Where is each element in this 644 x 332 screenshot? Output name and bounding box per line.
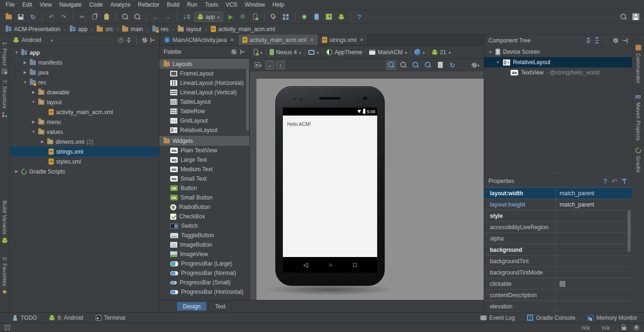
property-row-style[interactable]: style: [484, 210, 632, 222]
sync-button[interactable]: ↻: [27, 12, 39, 22]
nav-recent-icon[interactable]: [353, 261, 357, 268]
search-everywhere-button[interactable]: [618, 12, 629, 22]
sdk-location-button[interactable]: [299, 12, 310, 22]
expand-arrow-icon[interactable]: [14, 50, 19, 55]
expand-horizontal-button[interactable]: ↔: [265, 61, 274, 69]
close-icon[interactable]: [310, 37, 314, 42]
palette-item-small-text[interactable]: Small Text: [159, 174, 249, 183]
property-value[interactable]: [556, 222, 632, 232]
filter-icon[interactable]: [621, 178, 627, 184]
tab-text[interactable]: Text: [208, 301, 232, 311]
replace-button[interactable]: [132, 12, 143, 22]
user-button[interactable]: [630, 12, 641, 22]
expand-arrow-icon[interactable]: [495, 60, 500, 65]
palette-item-tablelayout[interactable]: TableLayout: [159, 97, 249, 107]
palette-item-progressbar-small[interactable]: ProgressBar (Small): [159, 278, 249, 287]
palette-item-linearlayout-vertical[interactable]: LinearLayout (Vertical): [159, 88, 249, 97]
menu-code[interactable]: Code: [85, 0, 107, 9]
toolwindow-tab-favorites[interactable]: 2: Favorites: [0, 257, 9, 295]
tree-item-menu[interactable]: menu: [9, 117, 159, 127]
gear-icon[interactable]: [613, 38, 619, 43]
device-select[interactable]: Nexus 4: [270, 49, 302, 56]
tab-design[interactable]: Design: [176, 301, 207, 311]
copy-button[interactable]: [89, 12, 100, 22]
property-row-backgroundtintmode[interactable]: backgroundTintMode: [484, 267, 632, 278]
run-configuration-select[interactable]: app: [194, 12, 223, 22]
menu-run[interactable]: Run: [183, 0, 201, 9]
help-icon[interactable]: ?: [603, 177, 608, 185]
palette-item-linearlayout-horizontal[interactable]: LinearLayout (Horizontal): [159, 78, 249, 88]
palette-item-progressbar-normal[interactable]: ProgressBar (Normal): [159, 268, 249, 278]
property-value[interactable]: [556, 267, 632, 278]
api-level-select[interactable]: 21: [432, 49, 451, 56]
toolwindow-tab-android[interactable]: 6: Android: [49, 315, 83, 321]
toolwindow-tab-structure[interactable]: 7: Structure: [0, 80, 9, 117]
property-value[interactable]: [556, 244, 632, 255]
toolwindow-tab-commander[interactable]: Commander: [632, 45, 644, 83]
tree-item-gradle-scripts[interactable]: Gradle Scripts: [9, 166, 159, 176]
activity-select[interactable]: MainACM: [369, 49, 407, 56]
zoom-fit-button[interactable]: [386, 60, 396, 70]
expand-vertical-button[interactable]: ↕: [276, 61, 285, 69]
design-settings-button[interactable]: [471, 60, 480, 70]
property-row-accessibilityliveregion[interactable]: accessibilityLiveRegion: [484, 222, 632, 233]
collapse-all-icon[interactable]: [595, 37, 599, 43]
toolwindow-tab-gradle[interactable]: Gradle: [632, 148, 644, 173]
property-row-clickable[interactable]: clickable: [484, 278, 632, 290]
tree-item-dimens-xml[interactable]: dimens.xml (2): [9, 137, 159, 147]
palette-item-imagebutton[interactable]: ImageButton: [159, 240, 249, 249]
breadcrumb-res[interactable]: res: [150, 26, 171, 33]
forward-button[interactable]: →: [162, 12, 173, 22]
tree-item-styles-xml[interactable]: styles.xml: [9, 157, 159, 166]
property-value[interactable]: [556, 301, 632, 312]
gear-icon[interactable]: [142, 37, 148, 43]
tree-item-values[interactable]: values: [9, 127, 159, 137]
project-view-selector[interactable]: Android: [22, 37, 41, 43]
undo-button[interactable]: ↶: [46, 12, 57, 22]
expand-arrow-icon[interactable]: [31, 90, 36, 94]
expand-all-icon[interactable]: [586, 37, 591, 43]
paste-button[interactable]: [101, 12, 112, 22]
gear-icon[interactable]: [231, 49, 237, 55]
palette-item-imageview[interactable]: ImageView: [159, 249, 249, 259]
orientation-select[interactable]: [308, 49, 319, 56]
menu-vcs[interactable]: VCS: [222, 0, 241, 9]
expand-arrow-icon[interactable]: [14, 169, 19, 174]
zoom-actual-button[interactable]: [398, 60, 408, 70]
design-canvas[interactable]: 5:00 Hello ACM!: [250, 71, 484, 300]
zoom-to-fit-mode-button[interactable]: [253, 60, 263, 70]
palette-item-checkbox[interactable]: CheckBox: [159, 212, 249, 221]
component-device-screen[interactable]: Device Screen: [484, 47, 632, 57]
debug-button[interactable]: [238, 12, 249, 22]
palette-item-button[interactable]: Button: [159, 183, 249, 193]
configuration-select[interactable]: [254, 49, 263, 56]
palette-item-switch[interactable]: Switch: [159, 221, 249, 231]
phone-screen[interactable]: 5:00 Hello ACM!: [283, 108, 377, 273]
property-value[interactable]: [556, 210, 632, 221]
menu-navigate[interactable]: Navigate: [56, 0, 85, 9]
menu-refactor[interactable]: Refactor: [134, 0, 163, 9]
tab-activity-main-acm-xml[interactable]: activity_main_acm.xml: [239, 34, 318, 45]
refresh-button[interactable]: ↻: [447, 60, 457, 70]
property-row-contentdescription[interactable]: contentDescription: [484, 290, 632, 301]
palette-item-radiobutton[interactable]: RadioButton: [159, 202, 249, 212]
hello-textview[interactable]: Hello ACM!: [287, 122, 311, 127]
palette-item-togglebutton[interactable]: ToggleButton: [159, 231, 249, 240]
property-value[interactable]: [556, 290, 632, 300]
tree-item-res[interactable]: res: [9, 77, 159, 87]
update-button[interactable]: ⇣: [181, 12, 192, 22]
palette-item-small-button[interactable]: Small Button: [159, 193, 249, 202]
highlighting-level-icon[interactable]: [634, 325, 639, 331]
tree-item-strings-xml[interactable]: strings.xml: [9, 147, 159, 157]
breadcrumb-main[interactable]: main: [120, 26, 145, 33]
breadcrumb-app[interactable]: app: [68, 26, 90, 33]
locate-icon[interactable]: [118, 38, 124, 43]
palette-item-relativelayout[interactable]: RelativeLayout: [159, 125, 249, 135]
expand-arrow-icon[interactable]: [31, 130, 36, 134]
save-all-button[interactable]: [15, 12, 26, 22]
restore-defaults-icon[interactable]: ↶: [611, 178, 617, 184]
expand-arrow-icon[interactable]: [31, 120, 36, 124]
palette-item-large-text[interactable]: Large Text: [159, 155, 249, 165]
close-icon[interactable]: [360, 37, 363, 42]
menu-window[interactable]: Window: [241, 0, 269, 9]
